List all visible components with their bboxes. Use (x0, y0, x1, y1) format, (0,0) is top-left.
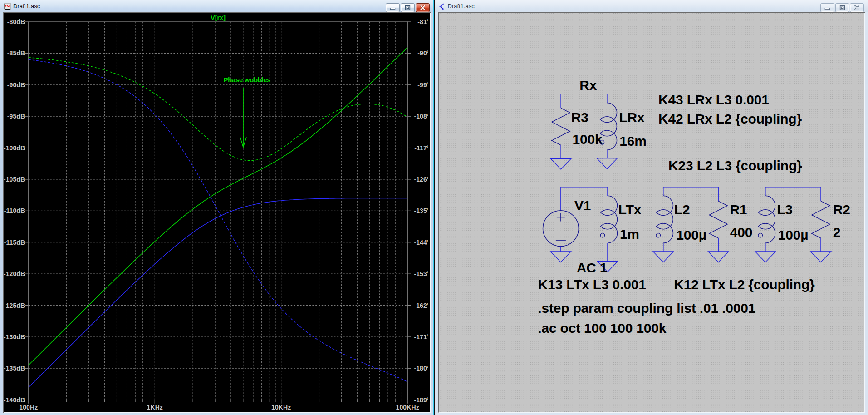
component-value-L3[interactable]: 100µ (778, 227, 809, 242)
ground-symbol (653, 252, 673, 262)
waveform-viewer-window: Draft1.asc -80dB-85dB-90dB-95dB-100dB-10… (0, 0, 434, 415)
y-right-tick-label: -99° (417, 81, 428, 88)
schematic-window-titlebar[interactable]: Draft1.asc (435, 0, 868, 12)
y-left-tick-label: -105dB (4, 175, 25, 183)
minimize-button-inactive[interactable] (820, 3, 834, 12)
y-left-tick-label: -100dB (4, 144, 25, 151)
resistor-body (812, 201, 830, 238)
component-R1[interactable]: R1400 (709, 187, 752, 251)
net-label-Rx[interactable]: Rx (579, 78, 597, 93)
plus-sign (557, 213, 565, 221)
spice-directive[interactable]: K13 LTx L3 0.001 (538, 277, 646, 292)
component-LRx[interactable]: LRx16m (600, 94, 647, 158)
caption-buttons (820, 3, 864, 11)
x-tick-label: 100Hz (19, 404, 38, 410)
trace-magnitude-step1 (28, 47, 407, 365)
annotation-text[interactable]: Phase wobbles (223, 76, 270, 84)
close-icon (416, 4, 429, 12)
component-L2[interactable]: L2100µ (656, 187, 706, 251)
plot-title-trace-name[interactable]: V[rx] (210, 14, 225, 21)
maximize-button[interactable] (401, 3, 415, 12)
component-R3[interactable]: R3100k (552, 94, 603, 158)
spice-directive[interactable]: K42 LRx L2 {coupling} (658, 111, 802, 126)
ground-symbol (550, 252, 571, 262)
component-L3[interactable]: L3100µ (758, 187, 808, 251)
trace-phase-step2 (28, 59, 407, 381)
component-value-R2[interactable]: 2 (833, 224, 841, 239)
y-right-tick-label: -117° (414, 144, 428, 151)
y-left-tick-label: -130dB (4, 333, 25, 340)
y-left-tick-label: -115dB (4, 238, 25, 246)
component-name-R3[interactable]: R3 (571, 109, 588, 124)
y-left-tick-label: -135dB (4, 365, 25, 372)
inductor-coil (758, 196, 775, 243)
inductor-coil (600, 103, 617, 150)
y-right-tick-label: -135° (414, 207, 428, 214)
spice-directive[interactable]: K12 LTx L2 {coupling} (674, 277, 815, 292)
ground-symbol (755, 252, 775, 262)
icon-shape (825, 8, 830, 9)
maximize-icon (401, 4, 414, 12)
x-tick-label: 100KHz (396, 404, 419, 410)
component-value-L2[interactable]: 100µ (676, 227, 706, 242)
close-icon (850, 4, 863, 12)
y-left-tick-label: -95dB (7, 113, 25, 120)
component-name-R2[interactable]: R2 (833, 202, 850, 217)
component-V1[interactable]: V1AC 1 (543, 187, 607, 275)
inductor-phase-dot (600, 233, 604, 237)
inductor-phase-dot (656, 233, 660, 237)
spice-directive[interactable]: K23 L2 L3 {coupling} (668, 158, 802, 173)
spice-directive[interactable]: .ac oct 100 100 100k (538, 320, 666, 335)
icon-shape (855, 6, 859, 10)
waveform-plot-pane[interactable]: -80dB-85dB-90dB-95dB-100dB-105dB-110dB-1… (3, 12, 432, 413)
component-value-LRx[interactable]: 16m (619, 133, 646, 148)
active-window-edge-highlight (433, 0, 433, 415)
y-right-tick-label: -162° (414, 301, 428, 309)
component-value-LTx[interactable]: 1m (620, 227, 639, 242)
minimize-icon (821, 4, 834, 12)
waveform-window-titlebar[interactable]: Draft1.asc (0, 0, 434, 12)
resistor-body (709, 201, 727, 238)
y-right-tick-label: -90° (417, 49, 428, 57)
inductor-coil (656, 196, 673, 243)
component-name-L2[interactable]: L2 (674, 202, 690, 217)
y-right-tick-label: -126° (414, 175, 428, 183)
component-name-LRx[interactable]: LRx (619, 109, 645, 124)
y-left-tick-label: -90dB (7, 81, 25, 88)
schematic-document-icon (438, 3, 446, 10)
close-button[interactable] (416, 3, 430, 12)
component-name-V1[interactable]: V1 (574, 198, 591, 212)
component-name-L3[interactable]: L3 (777, 202, 793, 217)
component-R2[interactable]: R22 (812, 187, 850, 251)
y-left-tick-label: -125dB (4, 301, 25, 309)
y-left-tick-label: -85dB (7, 49, 25, 57)
close-button-inactive[interactable] (850, 3, 864, 12)
bode-plot: -80dB-85dB-90dB-95dB-100dB-105dB-110dB-1… (4, 13, 429, 410)
schematic-editor-window: Draft1.asc R3100kLRx16mV1AC 1LTx1mL2100µ… (435, 0, 868, 415)
minimize-icon (386, 4, 399, 12)
component-value-R1[interactable]: 400 (730, 224, 752, 239)
waveform-document-icon (4, 3, 11, 10)
icon-shape (407, 7, 409, 8)
component-value-V1[interactable]: AC 1 (577, 260, 608, 275)
y-left-tick-label: -80dB (7, 18, 25, 25)
spice-directive[interactable]: K43 LRx L3 0.001 (658, 92, 769, 107)
inductor-phase-dot (758, 233, 762, 237)
caption-buttons (386, 3, 429, 11)
x-tick-label: 1KHz (147, 404, 162, 410)
component-value-R3[interactable]: 100k (572, 132, 602, 147)
y-right-tick-label: -153° (414, 270, 428, 277)
ground-symbol (597, 158, 617, 169)
component-name-R1[interactable]: R1 (730, 202, 747, 217)
spice-directive[interactable]: .step param coupling list .01 .0001 (538, 301, 755, 316)
maximize-button-inactive[interactable] (835, 3, 849, 12)
schematic-canvas[interactable]: R3100kLRx16mV1AC 1LTx1mL2100µR1400L3100µ… (438, 12, 865, 414)
waveform-window-title: Draft1.asc (13, 3, 40, 10)
ground-symbol (550, 158, 571, 169)
component-LTx[interactable]: LTx1m (600, 187, 642, 261)
trace-magnitude-step2 (28, 198, 407, 387)
minimize-button[interactable] (386, 3, 400, 12)
y-right-tick-label: -171° (414, 333, 428, 340)
y-right-tick-label: -108° (414, 113, 428, 120)
component-name-LTx[interactable]: LTx (618, 202, 642, 217)
